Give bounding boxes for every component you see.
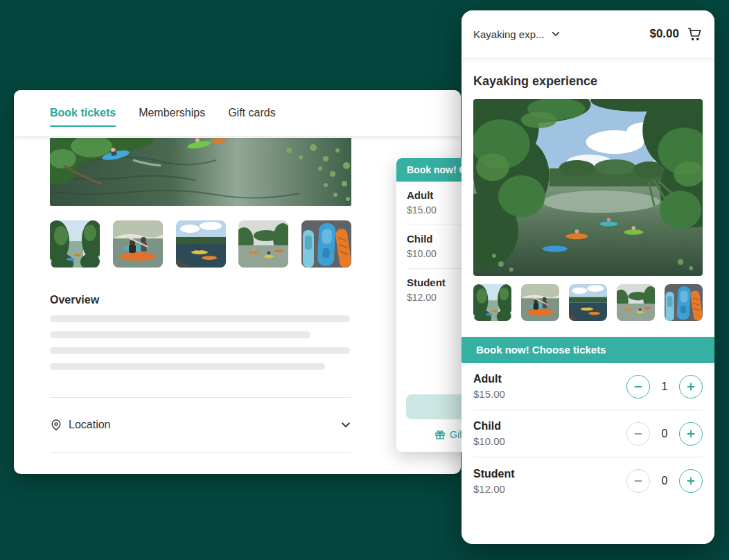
text-placeholder-bar	[50, 347, 350, 354]
ticket-price: $15.00	[473, 388, 626, 400]
ticket-price: $12.00	[473, 483, 626, 495]
quantity-stepper: 0	[626, 422, 703, 446]
tab-memberships[interactable]: Memberships	[139, 90, 205, 136]
thumbnail-photo-1[interactable]	[50, 220, 100, 268]
main-photo[interactable]	[473, 99, 703, 276]
gift-icon	[434, 429, 446, 440]
minus-icon	[633, 429, 643, 439]
chevron-down-icon	[551, 29, 561, 39]
thumbnail-photo-5[interactable]	[301, 220, 351, 268]
booking-widget-panel: Kayaking exp... $0.00 Kayaking experienc…	[462, 10, 714, 544]
thumbnail-photo-4[interactable]	[238, 220, 288, 268]
cart-total: $0.00	[649, 27, 679, 41]
tab-book-tickets[interactable]: Book tickets	[50, 90, 116, 136]
ticket-count: 1	[659, 380, 670, 393]
ticket-name: Student	[473, 468, 626, 480]
gift-link[interactable]: Gift	[434, 429, 465, 440]
product-selector-dropdown[interactable]: Kayaking exp...	[473, 28, 561, 40]
shopping-cart-icon	[686, 26, 703, 42]
quantity-stepper: 1	[626, 375, 703, 399]
plus-icon	[686, 382, 696, 392]
plus-icon	[686, 429, 696, 439]
thumbnail-photo-2[interactable]	[521, 284, 559, 321]
location-accordion[interactable]: Location	[50, 398, 351, 452]
plus-icon	[686, 476, 696, 486]
text-placeholder-bar	[50, 331, 310, 338]
increase-quantity-button[interactable]	[679, 422, 703, 446]
text-placeholder-bar	[50, 363, 325, 370]
cart-button[interactable]: $0.00	[649, 26, 703, 42]
text-placeholder-bar	[50, 315, 350, 322]
decrease-quantity-button[interactable]	[626, 422, 650, 446]
decrease-quantity-button[interactable]	[626, 375, 650, 399]
ticket-price: $10.00	[473, 435, 626, 447]
quantity-stepper: 0	[626, 469, 703, 493]
thumbnail-photo-1[interactable]	[473, 284, 511, 321]
thumbnail-photo-3[interactable]	[569, 284, 607, 321]
increase-quantity-button[interactable]	[679, 375, 703, 399]
tab-gift-cards[interactable]: Gift cards	[228, 90, 275, 136]
widget-header: Kayaking exp... $0.00	[462, 10, 714, 58]
chevron-down-icon	[340, 419, 351, 430]
main-photo[interactable]	[50, 138, 351, 206]
section-divider	[50, 452, 351, 453]
ticket-count: 0	[659, 475, 670, 487]
ticket-name: Child	[473, 420, 626, 432]
photo-thumbnails	[50, 220, 351, 268]
thumbnail-photo-2[interactable]	[113, 220, 163, 268]
ticket-name: Adult	[473, 373, 626, 385]
page-background: Book tickets Memberships Gift cards Over…	[0, 0, 729, 560]
location-label: Location	[69, 419, 111, 431]
photo-thumbnails	[473, 284, 703, 321]
ticket-row-student: Student $12.00 0	[473, 457, 703, 505]
booking-tabbar: Book tickets Memberships Gift cards	[14, 90, 461, 136]
increase-quantity-button[interactable]	[679, 469, 703, 493]
minus-icon	[633, 476, 643, 486]
booking-page-card: Book tickets Memberships Gift cards Over…	[14, 90, 461, 474]
location-pin-icon	[50, 419, 62, 431]
decrease-quantity-button[interactable]	[626, 469, 650, 493]
product-selector-label: Kayaking exp...	[473, 28, 545, 40]
overview-heading: Overview	[50, 294, 351, 306]
choose-tickets-banner: Book now! Choose tickets	[462, 337, 714, 363]
thumbnail-photo-5[interactable]	[665, 284, 703, 321]
minus-icon	[633, 382, 643, 392]
thumbnail-photo-4[interactable]	[617, 284, 655, 321]
ticket-count: 0	[659, 428, 670, 440]
experience-title: Kayaking experience	[473, 74, 703, 89]
ticket-row-adult: Adult $15.00 1	[473, 363, 703, 410]
ticket-row-child: Child $10.00 0	[473, 410, 703, 457]
thumbnail-photo-3[interactable]	[176, 220, 226, 268]
